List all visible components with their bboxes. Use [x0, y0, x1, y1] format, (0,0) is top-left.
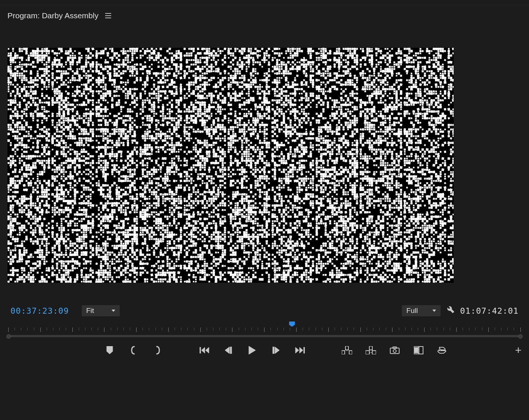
go-to-in-button[interactable]: [199, 345, 210, 355]
quality-value: Full: [406, 307, 418, 315]
lift-button[interactable]: [342, 345, 352, 355]
svg-rect-8: [372, 351, 376, 354]
button-editor-add-button[interactable]: +: [515, 344, 522, 357]
svg-rect-1: [230, 347, 232, 354]
step-forward-button[interactable]: [271, 345, 281, 355]
chevron-down-icon: [112, 310, 115, 312]
svg-rect-16: [414, 353, 418, 354]
playback-info-row: 00:37:23:09 Fit Full 01:07:42:01: [0, 305, 529, 316]
settings-wrench-icon[interactable]: [446, 305, 455, 316]
mark-out-button[interactable]: [152, 345, 163, 355]
extract-button[interactable]: [366, 345, 376, 355]
svg-rect-7: [366, 351, 369, 354]
timeline-scrub-area[interactable]: [8, 322, 521, 339]
step-back-button[interactable]: [223, 345, 234, 355]
chevron-down-icon: [432, 310, 436, 312]
total-duration-timecode[interactable]: 01:07:42:01: [460, 306, 519, 316]
panel-title-bar: Program: Darby Assembly: [7, 11, 111, 20]
export-frame-button[interactable]: [389, 345, 400, 355]
svg-rect-6: [345, 346, 348, 350]
go-to-out-button[interactable]: [295, 345, 305, 355]
plus-icon: +: [515, 344, 522, 356]
zoom-scroll-bar[interactable]: [8, 335, 521, 337]
mark-in-button[interactable]: [128, 345, 139, 355]
svg-rect-5: [349, 351, 352, 354]
svg-rect-15: [414, 347, 418, 348]
zoom-handle-left[interactable]: [6, 334, 11, 339]
transport-controls: +: [0, 344, 522, 357]
svg-rect-2: [273, 347, 274, 354]
playhead[interactable]: [289, 322, 295, 327]
svg-point-12: [393, 350, 396, 352]
zoom-level-dropdown[interactable]: Fit: [82, 305, 120, 316]
panel-menu-icon[interactable]: [105, 13, 111, 18]
zoom-level-value: Fit: [86, 307, 94, 315]
time-ruler[interactable]: [8, 327, 521, 332]
svg-rect-0: [200, 347, 201, 353]
add-marker-button[interactable]: [104, 345, 115, 355]
zoom-handle-right[interactable]: [518, 334, 523, 339]
playback-quality-dropdown[interactable]: Full: [402, 305, 441, 316]
current-timecode[interactable]: 00:37:23:09: [10, 306, 79, 316]
panel-top-divider: [0, 5, 529, 5]
svg-rect-3: [304, 347, 305, 353]
panel-title: Program: Darby Assembly: [7, 11, 98, 20]
playhead-indicator-icon: [289, 322, 295, 327]
preview-video-frame: [7, 48, 454, 283]
play-button[interactable]: [247, 345, 257, 355]
program-monitor-preview[interactable]: [7, 48, 454, 283]
comparison-view-button[interactable]: [413, 345, 424, 355]
svg-rect-4: [342, 351, 345, 354]
svg-rect-9: [369, 346, 372, 350]
svg-rect-14: [419, 347, 423, 354]
toggle-proxies-button[interactable]: [437, 345, 448, 355]
